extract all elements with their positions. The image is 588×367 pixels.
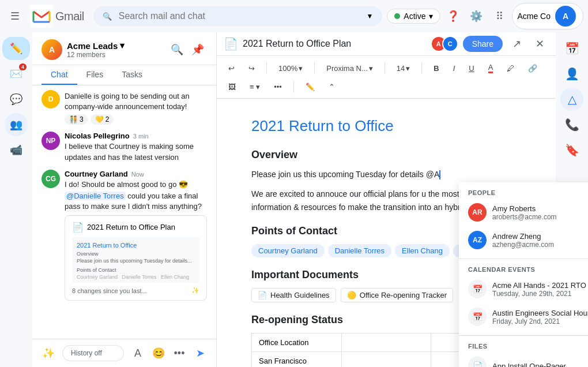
doc-title-bar: 📄 2021 Return to Office Plan A C Share ↗…	[217, 32, 556, 56]
mail-btn[interactable]: ✉️ 4	[5, 62, 28, 85]
search-chat-icon[interactable]: 🔍	[168, 40, 186, 59]
doc-preview-icon: 📄	[72, 222, 84, 233]
reaction-1[interactable]: 🧑‍🤝‍🧑 3	[65, 114, 88, 125]
popup-event-2[interactable]: 📅 Austin Engineers Social Hour Friday, J…	[459, 303, 588, 331]
typing-cursor	[439, 170, 440, 179]
format-icon[interactable]: A	[129, 344, 147, 362]
collapse-btn[interactable]: ⌃	[324, 80, 340, 93]
avatar: C	[442, 36, 458, 52]
list-item: CG Courtney Garland Now I do! Should be …	[42, 170, 207, 301]
popup-event-1[interactable]: 📅 Acme All Hands - 2021 RTO Tuesday, Jun…	[459, 275, 588, 303]
popup-files-section: FILES 📄 App Install One-Pager 🟡 Acme Mar…	[459, 336, 588, 367]
share-button[interactable]: Share	[463, 36, 503, 52]
table-cell-sf: San Francisco	[252, 352, 342, 367]
search-input[interactable]	[119, 11, 360, 21]
popup-person-2-name: Andrew Zheng	[492, 232, 554, 241]
tab-files[interactable]: Files	[77, 65, 113, 85]
msg-content: Nicolas Pellegrino 3 min I believe that …	[65, 132, 207, 162]
mention-chip[interactable]: @Danielle Torres	[65, 192, 126, 200]
mention-popup: PEOPLE AR Amy Roberts aroberts@acme.com …	[459, 182, 588, 367]
spaces-icon[interactable]: 👥	[5, 113, 28, 136]
close-doc-icon[interactable]: ✕	[530, 35, 549, 53]
popup-files-header: FILES	[459, 340, 588, 352]
group-dropdown-icon[interactable]: ▾	[120, 40, 125, 51]
more-icon[interactable]: •••	[170, 344, 189, 362]
tab-chat[interactable]: Chat	[42, 65, 77, 85]
sparkle-btn[interactable]: ✨	[39, 344, 58, 362]
popup-person-2-info: Andrew Zheng azheng@acme.com	[492, 232, 554, 249]
drive-right-icon[interactable]: △	[560, 88, 583, 111]
active-badge[interactable]: Active ▾	[387, 9, 440, 24]
msg-header: Nicolas Pellegrino 3 min	[65, 132, 207, 140]
chat-group-avatar: A	[42, 39, 62, 60]
phone-right-icon[interactable]: 📞	[560, 113, 583, 136]
undo-btn[interactable]: ↩	[224, 62, 239, 75]
popup-person-2[interactable]: AZ Andrew Zheng azheng@acme.com	[459, 226, 588, 254]
msg-time: 3 min	[133, 133, 149, 140]
popup-file-1[interactable]: 📄 App Install One-Pager	[459, 352, 588, 367]
chat-header-info: Acme Leads ▾ 12 members	[67, 40, 163, 59]
compose-icon[interactable]: ✏️	[2, 37, 30, 60]
avatar: D	[42, 90, 60, 108]
image-btn[interactable]: 🖼	[224, 80, 240, 93]
mail-badge: 4	[19, 63, 27, 70]
doc-link-1[interactable]: 📄 Health Guidelines	[251, 288, 336, 302]
open-external-icon[interactable]: ↗	[507, 35, 526, 53]
font-size-btn[interactable]: 14 ▾	[392, 62, 414, 75]
edit-icon[interactable]: ✏️	[301, 80, 319, 93]
bookmark-right-icon[interactable]: 🔖	[560, 138, 583, 162]
zoom-btn[interactable]: 100% ▾	[274, 62, 307, 75]
chip-2: Danielle Torres	[328, 244, 391, 257]
pin-icon[interactable]: 📌	[189, 40, 207, 59]
italic-btn[interactable]: I	[448, 62, 460, 75]
bold-btn[interactable]: B	[429, 62, 443, 75]
acme-avatar: A	[555, 6, 576, 27]
tab-tasks[interactable]: Tasks	[112, 65, 152, 85]
more-toolbar-btn[interactable]: •••	[269, 80, 287, 93]
search-bar[interactable]: 🔍 ▼	[93, 6, 383, 26]
popup-person-1[interactable]: AR Amy Roberts aroberts@acme.com	[459, 199, 588, 226]
chip-1: Courtney Garland	[251, 244, 325, 257]
doc-preview[interactable]: 📄 2021 Return to Office Plan 2021 Return…	[65, 215, 207, 301]
popup-file-1-name: App Install One-Pager	[492, 362, 566, 368]
redo-btn[interactable]: ↪	[244, 62, 259, 75]
settings-icon[interactable]: ⚙️	[466, 6, 487, 27]
reaction-2[interactable]: 💛 2	[91, 114, 114, 125]
popup-calendar-header: CALENDAR EVENTS	[459, 264, 588, 275]
doc-title-icon: 📄	[224, 37, 238, 51]
member-count: 12 members	[67, 51, 163, 59]
chip-3: Ellen Chang	[395, 244, 450, 257]
calendar-right-icon[interactable]: 📅	[560, 37, 583, 60]
apps-icon[interactable]: ⠿	[489, 6, 510, 27]
popup-event-2-name: Austin Engineers Social Hour	[492, 309, 588, 317]
msg-text: Danielle is going to be sending out an c…	[65, 91, 207, 112]
chat-icon[interactable]: 💬	[5, 88, 28, 111]
search-dropdown-icon[interactable]: ▼	[366, 12, 373, 20]
meet-icon[interactable]: 📹	[5, 138, 28, 162]
separator	[314, 62, 315, 74]
chat-input-box[interactable]: History off	[62, 345, 124, 361]
chat-group-name: Acme Leads ▾	[67, 40, 163, 51]
people-right-icon[interactable]: 👤	[560, 62, 583, 85]
separator	[421, 62, 422, 74]
popup-person-1-name: Amy Roberts	[492, 204, 557, 213]
align-btn[interactable]: ≡ ▾	[245, 80, 265, 93]
doc-title-right: A C Share ↗ ✕	[431, 35, 549, 53]
color-btn[interactable]: A	[484, 61, 498, 76]
overview-text: Please join us this upcoming Tuesday for…	[251, 168, 521, 181]
gmail-logo: Gmail	[30, 5, 84, 28]
send-icon[interactable]: ➤	[191, 344, 209, 362]
emoji-icon[interactable]: 😊	[149, 344, 168, 362]
acme-section[interactable]: Acme Co A	[512, 3, 583, 29]
gmail-text: Gmail	[55, 10, 84, 23]
highlight-btn[interactable]: 🖊	[502, 62, 519, 75]
doc-link-2[interactable]: 🟡 Office Re-opening Tracker	[341, 288, 454, 302]
menu-icon[interactable]: ☰	[5, 6, 25, 27]
avatar: NP	[42, 132, 60, 150]
underline-btn[interactable]: U	[464, 62, 478, 75]
font-btn[interactable]: Proxima N... ▾	[322, 62, 378, 75]
help-icon[interactable]: ❓	[443, 6, 463, 27]
top-bar-right: Active ▾ ❓ ⚙️ ⠿ Acme Co A	[387, 3, 583, 29]
msg-name: Courtney Garland	[65, 170, 128, 178]
link-btn[interactable]: 🔗	[523, 62, 542, 75]
